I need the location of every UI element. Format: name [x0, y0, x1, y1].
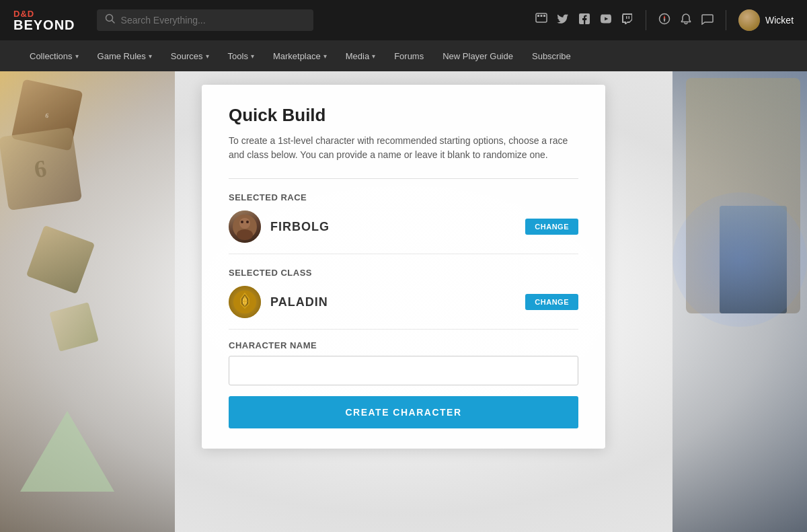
- paladin-emblem: [229, 286, 261, 318]
- svg-rect-7: [629, 16, 630, 19]
- chevron-down-icon: ▾: [323, 52, 327, 60]
- svg-point-16: [246, 221, 249, 223]
- chevron-down-icon: ▾: [372, 52, 375, 60]
- chevron-down-icon: ▾: [251, 52, 254, 60]
- subnav-marketplace[interactable]: Marketplace ▾: [264, 40, 336, 71]
- user-name: Wicket: [765, 15, 794, 26]
- class-icon: [229, 286, 261, 318]
- subnav-sources[interactable]: Sources ▾: [161, 40, 219, 71]
- svg-line-1: [112, 21, 114, 24]
- logo-beyond: BEYOND: [13, 18, 75, 32]
- search-icon: [105, 13, 116, 27]
- divider-2: [229, 254, 578, 254]
- divider-3: [229, 329, 578, 330]
- avatar: [738, 9, 760, 31]
- selected-race-label: Selected Race: [229, 192, 578, 202]
- svg-rect-5: [543, 15, 545, 17]
- subnav-new-player-guide[interactable]: New Player Guide: [433, 40, 523, 71]
- sub-navigation: Collections ▾ Game Rules ▾ Sources ▾ Too…: [0, 40, 807, 71]
- svg-rect-2: [536, 13, 547, 22]
- youtube-icon[interactable]: [600, 13, 612, 28]
- twitch-icon[interactable]: [621, 13, 633, 28]
- subnav-tools[interactable]: Tools ▾: [219, 40, 264, 71]
- top-navigation-bar: D&D BEYOND: [0, 0, 807, 40]
- chevron-down-icon: ▾: [149, 52, 152, 60]
- subnav-subscribe[interactable]: Subscribe: [523, 40, 580, 71]
- selected-class-label: Selected Class: [229, 268, 578, 278]
- top-bar-icons: Wicket: [535, 9, 794, 31]
- svg-point-9: [664, 18, 665, 20]
- race-selection-row: FIRBOLG CHANGE: [229, 211, 578, 243]
- logo[interactable]: D&D BEYOND: [13, 9, 75, 32]
- quick-build-card: Quick Build To create a 1st-level charac…: [202, 85, 605, 449]
- message-icon[interactable]: [701, 13, 714, 28]
- class-selection-row: PALADIN CHANGE: [229, 286, 578, 318]
- user-menu[interactable]: Wicket: [738, 9, 794, 31]
- subnav-game-rules[interactable]: Game Rules ▾: [88, 40, 161, 71]
- svg-marker-11: [664, 19, 666, 22]
- class-name: PALADIN: [270, 295, 516, 309]
- logo-dnd: D&D: [13, 9, 34, 18]
- bell-icon[interactable]: [680, 13, 692, 28]
- svg-point-15: [241, 221, 243, 223]
- compass-icon[interactable]: [658, 13, 670, 28]
- chat-icon[interactable]: [535, 13, 547, 28]
- subnav-forums[interactable]: Forums: [385, 40, 433, 71]
- svg-marker-10: [664, 15, 666, 18]
- facebook-icon[interactable]: [578, 13, 590, 28]
- svg-point-13: [239, 218, 250, 229]
- character-name-input[interactable]: [229, 356, 578, 385]
- subnav-collections[interactable]: Collections ▾: [20, 40, 88, 71]
- search-input[interactable]: [121, 15, 305, 26]
- svg-rect-3: [537, 15, 539, 17]
- main-content-area: 6 6 Quick Build To create a 1st-level ch…: [0, 71, 807, 532]
- search-bar[interactable]: [97, 9, 313, 31]
- page-title: Quick Build: [229, 105, 578, 126]
- twitter-icon[interactable]: [557, 13, 569, 28]
- character-name-label: Character Name: [229, 340, 578, 350]
- nav-divider: [646, 10, 646, 30]
- race-name: FIRBOLG: [270, 220, 516, 234]
- divider-1: [229, 178, 578, 179]
- page-description: To create a 1st-level character with rec…: [229, 134, 578, 162]
- change-class-button[interactable]: CHANGE: [525, 294, 578, 310]
- svg-rect-6: [626, 16, 627, 19]
- firbolg-portrait: [229, 211, 261, 243]
- change-race-button[interactable]: CHANGE: [525, 219, 578, 235]
- create-character-button[interactable]: CREATE CHARACTER: [229, 396, 578, 428]
- svg-point-14: [237, 229, 253, 240]
- chevron-down-icon: ▾: [206, 52, 209, 60]
- nav-divider-2: [726, 10, 726, 30]
- svg-rect-4: [541, 15, 543, 17]
- chevron-down-icon: ▾: [75, 52, 79, 60]
- race-icon: [229, 211, 261, 243]
- subnav-media[interactable]: Media ▾: [336, 40, 385, 71]
